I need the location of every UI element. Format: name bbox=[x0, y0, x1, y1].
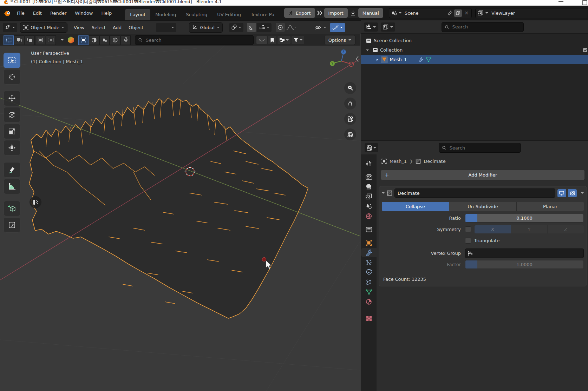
pin-icon[interactable] bbox=[447, 11, 452, 15]
chevron-down-icon[interactable] bbox=[61, 39, 64, 41]
menu-edit[interactable]: Edit bbox=[29, 11, 46, 16]
viewlayer-selector[interactable]: ViewLayer bbox=[475, 8, 588, 18]
menu-object[interactable]: Object bbox=[125, 25, 147, 30]
camera-view-button[interactable] bbox=[344, 113, 356, 125]
tab-collapse[interactable]: Collapse bbox=[382, 202, 449, 211]
tab-object[interactable] bbox=[361, 238, 377, 247]
properties-editor-type[interactable] bbox=[365, 143, 378, 152]
select-mode-intersect[interactable] bbox=[46, 35, 56, 45]
axis-y-button[interactable]: Y bbox=[511, 225, 548, 233]
menu-view[interactable]: View bbox=[70, 25, 88, 30]
add-modifier-button[interactable]: + Add Modifier bbox=[381, 170, 585, 180]
unlink-scene-icon[interactable]: ✕ bbox=[464, 10, 469, 16]
tab-unsubdivide[interactable]: Un-Subdivide bbox=[449, 202, 517, 211]
tab-material[interactable] bbox=[361, 297, 377, 306]
tab-world[interactable] bbox=[361, 211, 377, 221]
proportional-editing-toggle[interactable] bbox=[276, 23, 285, 32]
viewport-3d[interactable]: Z Y User Perspective (1) Collection | Me… bbox=[0, 46, 360, 391]
workspace-tab-uv-editing[interactable]: UV Editing bbox=[212, 9, 246, 20]
vertex-group-field[interactable] bbox=[465, 248, 584, 258]
menu-window[interactable]: Window bbox=[71, 11, 97, 16]
outliner-row-mesh[interactable]: ▸ Mesh_1 bbox=[361, 55, 588, 64]
menu-file[interactable]: File bbox=[13, 11, 29, 16]
export-button[interactable]: Export bbox=[284, 8, 315, 18]
tool-extra[interactable] bbox=[4, 217, 20, 233]
triangulate-checkbox[interactable] bbox=[465, 238, 471, 244]
display-realtime-toggle[interactable] bbox=[557, 189, 566, 197]
menu-select[interactable]: Select bbox=[88, 25, 109, 30]
zoom-button[interactable] bbox=[344, 82, 356, 94]
tab-render[interactable] bbox=[361, 172, 377, 181]
tab-scene[interactable] bbox=[361, 201, 377, 211]
tool-add-cube[interactable] bbox=[4, 201, 20, 216]
editor-type-selector[interactable] bbox=[3, 23, 17, 32]
expand-chevron-icon[interactable] bbox=[366, 49, 369, 51]
tab-tool[interactable] bbox=[361, 159, 377, 168]
symmetry-checkbox[interactable] bbox=[465, 226, 471, 232]
tool-measure[interactable] bbox=[4, 179, 20, 194]
display-render-toggle[interactable] bbox=[568, 189, 577, 197]
tool-annotate[interactable] bbox=[4, 162, 20, 178]
properties-search[interactable] bbox=[439, 143, 521, 153]
snap-target-selector[interactable] bbox=[257, 23, 272, 32]
mode-selector[interactable]: Object Mode bbox=[20, 22, 67, 33]
workspace-tab-texture-paint[interactable]: Texture Pa bbox=[246, 9, 279, 20]
tab-texture[interactable] bbox=[361, 314, 377, 323]
ortho-toggle-button[interactable] bbox=[344, 128, 356, 140]
filter-selector[interactable] bbox=[292, 36, 304, 44]
manual-button[interactable]: Manual bbox=[358, 8, 383, 18]
import-button[interactable]: Import bbox=[324, 8, 348, 18]
tab-output[interactable] bbox=[361, 182, 377, 191]
overlay-toggle-paint[interactable] bbox=[120, 35, 131, 45]
workspace-tab-modeling[interactable]: Modeling bbox=[150, 9, 181, 20]
select-mode-subtract[interactable] bbox=[25, 35, 35, 45]
options-button[interactable]: Options bbox=[324, 35, 355, 45]
menu-help[interactable]: Help bbox=[97, 11, 116, 16]
tab-modifiers[interactable] bbox=[361, 248, 377, 257]
axis-x-button[interactable]: X bbox=[475, 225, 511, 233]
tool-move[interactable] bbox=[4, 91, 20, 106]
toolbar-popover-button[interactable] bbox=[30, 196, 41, 208]
menu-add[interactable]: Add bbox=[109, 25, 125, 30]
overlays-toggle[interactable] bbox=[330, 23, 345, 32]
select-mode-new[interactable] bbox=[4, 35, 14, 45]
maximize-button[interactable] bbox=[582, 0, 587, 5]
axis-z-button[interactable]: Z bbox=[548, 225, 584, 233]
outliner-search[interactable] bbox=[442, 22, 524, 32]
overlay-toggle-fluid[interactable] bbox=[99, 35, 110, 45]
tab-constraints[interactable] bbox=[361, 277, 377, 287]
search-input[interactable] bbox=[145, 37, 250, 43]
outliner-editor-type[interactable] bbox=[364, 22, 378, 32]
bookmark-button[interactable] bbox=[268, 36, 276, 44]
workspace-tab-sculpting[interactable]: Sculpting bbox=[181, 9, 212, 20]
display-mode-selector[interactable] bbox=[277, 36, 290, 44]
tab-particles[interactable] bbox=[361, 258, 377, 267]
breadcrumb-modifier[interactable]: Decimate bbox=[424, 159, 446, 164]
show-gizmo-selector[interactable] bbox=[315, 25, 326, 30]
matcap-sphere-icon[interactable] bbox=[67, 36, 75, 44]
outliner-row-collection[interactable]: Collection bbox=[361, 45, 588, 55]
snap-toggle[interactable] bbox=[247, 23, 256, 32]
factor-slider[interactable]: 1.0000 bbox=[465, 260, 584, 269]
tool-scale[interactable] bbox=[4, 124, 20, 139]
modifier-extras-chevron[interactable] bbox=[581, 192, 584, 194]
tab-view-layer[interactable] bbox=[361, 192, 377, 201]
modifier-name-field[interactable]: Decimate bbox=[394, 188, 555, 198]
scene-selector[interactable]: Scene ✕ bbox=[389, 8, 472, 18]
breadcrumb-object[interactable]: Mesh_1 bbox=[390, 159, 407, 164]
tab-physics[interactable] bbox=[361, 267, 377, 277]
overlay-toggle-selection[interactable] bbox=[78, 35, 89, 45]
tool-rotate[interactable] bbox=[4, 107, 20, 122]
outliner-search-input[interactable] bbox=[451, 24, 521, 30]
pivot-point-selector[interactable] bbox=[229, 23, 243, 32]
workspace-tab-layout[interactable]: Layout bbox=[125, 9, 150, 20]
tool-select-box[interactable] bbox=[4, 53, 20, 68]
pan-button[interactable] bbox=[344, 98, 356, 110]
tab-planar[interactable]: Planar bbox=[517, 202, 584, 211]
minimize-button[interactable] bbox=[558, 1, 563, 2]
exclude-checkbox-icon[interactable] bbox=[583, 48, 588, 53]
tool-cursor[interactable] bbox=[4, 69, 20, 85]
tool-prompt-dropdown[interactable] bbox=[156, 23, 176, 32]
properties-search-input[interactable] bbox=[449, 145, 518, 151]
tab-collection[interactable] bbox=[361, 225, 377, 234]
